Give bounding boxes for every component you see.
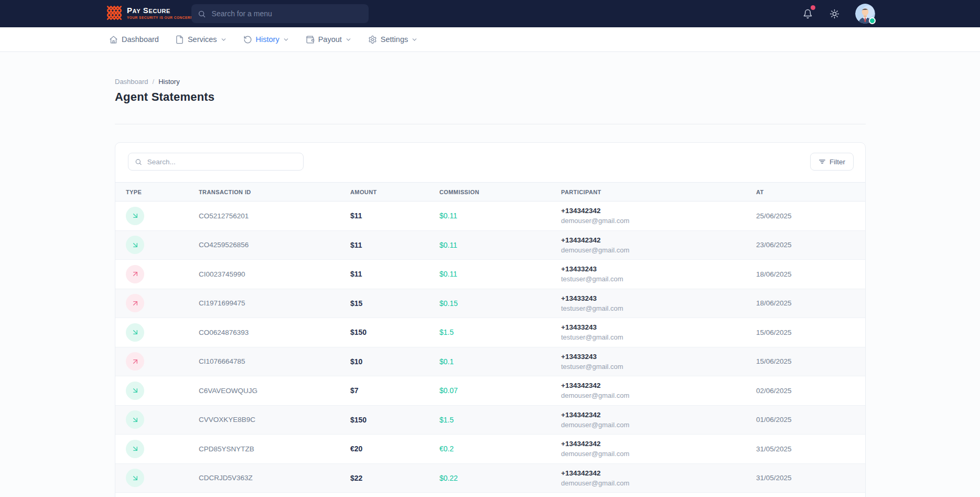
home-icon: [109, 35, 118, 44]
participant-email: testuser@gmail.com: [561, 304, 746, 312]
table-row[interactable]: CO4259526856$11$0.11+134342342demouser@g…: [115, 231, 865, 260]
breadcrumb-dashboard[interactable]: Dashboard: [115, 78, 148, 86]
table-row[interactable]: CDCRJD5V363Z$22$0.22+134342342demouser@g…: [115, 464, 865, 493]
table-row[interactable]: CPD85YSNYTZB€20€0.2+134342342demouser@gm…: [115, 435, 865, 464]
transaction-id: CI1971699475: [188, 299, 340, 307]
title-divider: [115, 124, 866, 124]
participant-email: demouser@gmail.com: [561, 421, 746, 429]
participant: +13433243testuser@gmail.com: [551, 294, 746, 312]
table-row[interactable]: CI1971699475$15$0.15+13433243testuser@gm…: [115, 289, 865, 319]
participant-phone: +134342342: [561, 469, 746, 477]
participant-email: testuser@gmail.com: [561, 333, 746, 341]
transaction-id: CO5212756201: [188, 212, 340, 220]
cash-in-arrow-icon: [126, 352, 144, 371]
transaction-id: CPD85YSNYTZB: [188, 445, 340, 453]
user-avatar[interactable]: [855, 4, 875, 24]
nav-label: History: [256, 35, 279, 44]
table-row[interactable]: CVVOXKYE8B9C$150$1.5+134342342demouser@g…: [115, 406, 865, 435]
date: 31/05/2025: [746, 474, 865, 482]
main-nav: Dashboard Services History Payout Settin…: [0, 27, 980, 52]
cash-out-arrow-icon: [126, 323, 144, 342]
commission: $0.22: [429, 474, 551, 482]
filter-button[interactable]: Filter: [810, 153, 854, 171]
brand-lattice-icon: [106, 5, 122, 20]
participant-email: demouser@gmail.com: [561, 246, 746, 254]
participant: +134342342demouser@gmail.com: [551, 207, 746, 225]
participant-email: demouser@gmail.com: [561, 479, 746, 487]
cash-out-arrow-icon: [126, 440, 144, 458]
cash-out-arrow-icon: [126, 410, 144, 429]
participant-email: demouser@gmail.com: [561, 450, 746, 458]
notifications-button[interactable]: [802, 8, 813, 19]
date: 31/05/2025: [746, 445, 865, 453]
cash-in-arrow-icon: [126, 294, 144, 312]
cash-out-arrow-icon: [126, 469, 144, 487]
nav-label: Services: [188, 35, 217, 44]
participant-phone: +134342342: [561, 207, 746, 215]
nav-label: Dashboard: [122, 35, 159, 44]
participant-phone: +13433243: [561, 294, 746, 302]
commission: $0.11: [429, 270, 551, 278]
page-title: Agent Statements: [115, 90, 866, 104]
topbar-search-input[interactable]: [212, 9, 362, 18]
column-type: TYPE: [115, 189, 188, 195]
participant: +13433243testuser@gmail.com: [551, 265, 746, 283]
participant-phone: +134342342: [561, 382, 746, 389]
table-row[interactable]: CI0023745990$11$0.11+13433243testuser@gm…: [115, 260, 865, 289]
online-status-dot: [869, 17, 876, 24]
participant-email: testuser@gmail.com: [561, 363, 746, 371]
transaction-id: CVVOXKYE8B9C: [188, 416, 340, 424]
table-row[interactable]: CO0624876393$150$1.5+13433243testuser@gm…: [115, 318, 865, 347]
transaction-id: CI0023745990: [188, 270, 340, 278]
statements-card: Filter TYPE TRANSACTION ID AMOUNT COMMIS…: [115, 142, 866, 497]
transaction-id: CO4259526856: [188, 241, 340, 249]
cash-in-arrow-icon: [126, 265, 144, 283]
participant-phone: +13433243: [561, 265, 746, 273]
nav-label: Settings: [381, 35, 408, 44]
commission: $1.5: [429, 416, 551, 424]
amount: $11: [340, 212, 429, 220]
chevron-down-icon: [283, 36, 289, 43]
wallet-icon: [306, 35, 315, 44]
table-row[interactable]: CO5212756201$11$0.11+134342342demouser@g…: [115, 202, 865, 231]
filter-lines-icon: [819, 158, 826, 165]
table-row[interactable]: CI1076664785$10$0.1+13433243testuser@gma…: [115, 347, 865, 377]
commission: $0.15: [429, 299, 551, 308]
cash-out-arrow-icon: [126, 207, 144, 225]
file-icon: [175, 35, 184, 44]
column-commission: COMMISSION: [429, 189, 551, 195]
transaction-id: C6VAVEOWQUJG: [188, 387, 340, 395]
commission: $0.07: [429, 386, 551, 395]
search-icon: [198, 9, 206, 18]
date: 02/06/2025: [746, 387, 865, 395]
amount: $22: [340, 474, 429, 482]
sun-icon: [830, 9, 839, 19]
transaction-id: CO0624876393: [188, 329, 340, 336]
participant-phone: +13433243: [561, 323, 746, 331]
topbar-search[interactable]: [191, 4, 369, 23]
commission: $1.5: [429, 328, 551, 336]
table-row[interactable]: C6VAVEOWQUJG$7$0.07+134342342demouser@gm…: [115, 376, 865, 406]
card-toolbar: Filter: [115, 143, 865, 182]
nav-item-services[interactable]: Services: [175, 35, 227, 44]
participant-email: demouser@gmail.com: [561, 217, 746, 225]
participant-phone: +13433243: [561, 353, 746, 361]
nav-item-settings[interactable]: Settings: [368, 35, 418, 44]
nav-item-payout[interactable]: Payout: [306, 35, 352, 44]
participant: +134342342demouser@gmail.com: [551, 411, 746, 429]
nav-item-history[interactable]: History: [243, 35, 289, 44]
bell-icon: [803, 9, 813, 19]
table-search[interactable]: [128, 153, 304, 171]
commission: $0.1: [429, 357, 551, 366]
cash-out-arrow-icon: [126, 382, 144, 400]
brand-name: Pay Secure: [127, 6, 193, 14]
participant: +134342342demouser@gmail.com: [551, 236, 746, 254]
theme-toggle-button[interactable]: [828, 8, 840, 19]
nav-item-dashboard[interactable]: Dashboard: [109, 35, 159, 44]
participant: +134342342demouser@gmail.com: [551, 469, 746, 487]
participant-phone: +134342342: [561, 411, 746, 419]
column-amount: AMOUNT: [340, 189, 429, 195]
column-participant: PARTICIPANT: [551, 189, 746, 195]
table-search-input[interactable]: [147, 158, 297, 166]
brand-logo[interactable]: Pay Secure Your security is our concern: [106, 5, 193, 20]
